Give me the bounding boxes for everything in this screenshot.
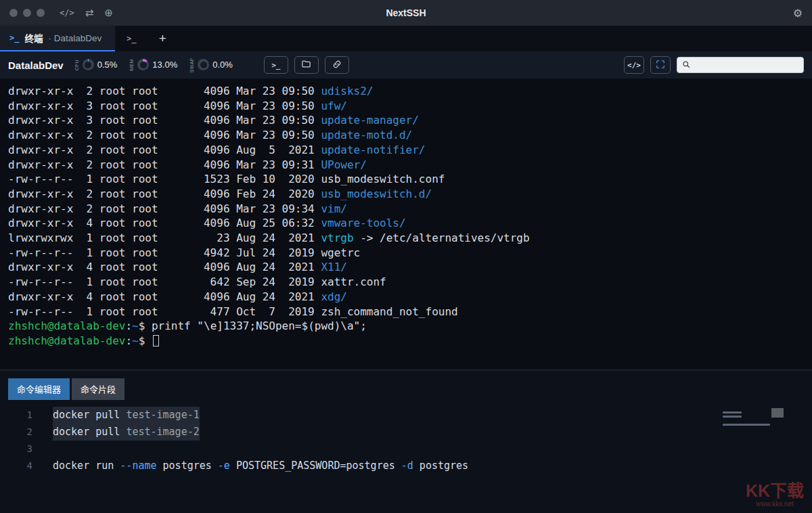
watermark-url: www.kkx.net [746, 500, 804, 508]
terminal-line: drwxr-xr-x 2 root root 4096 Mar 23 09:31… [8, 158, 812, 173]
gauge-ring-icon [83, 59, 94, 70]
gauge-axis-label: MEM [129, 59, 134, 71]
terminal-line: drwxr-xr-x 4 root root 4096 Aug 24 2021 … [8, 290, 812, 305]
file-manager-button[interactable] [294, 56, 319, 74]
gauge-value: 0.0% [212, 60, 233, 70]
minimap-line [723, 424, 770, 426]
prompt-path: ~ [132, 319, 139, 332]
search-input[interactable] [694, 60, 798, 70]
add-connection-icon[interactable]: ⊕ [104, 7, 113, 19]
file-name: xattr.conf [321, 275, 386, 288]
terminal-line: drwxr-xr-x 4 root root 4096 Aug 25 06:32… [8, 216, 812, 231]
watermark: KK下载 www.kkx.net [746, 482, 804, 508]
code-icon[interactable]: </> [60, 8, 74, 18]
editor-code: docker pull test-image-1 [53, 407, 200, 424]
line-number: 4 [0, 458, 32, 474]
dir-name: update-manager/ [321, 114, 419, 127]
line-number: 2 [0, 424, 32, 441]
gauge-cpu: CPU0.5% [74, 59, 118, 70]
fullscreen-button[interactable] [650, 56, 671, 74]
line-number: 1 [0, 407, 32, 424]
prompt-user-host: zhshch@datalab-dev [8, 334, 125, 347]
minimap-line [723, 416, 742, 418]
terminal-line: drwxr-xr-x 2 root root 4096 Aug 5 2021 u… [8, 143, 812, 158]
terminal-line: drwxr-xr-x 2 root root 4096 Mar 23 09:50… [8, 128, 812, 143]
terminal-prompt-line: zhshch@datalab-dev:~$ printf "\e]1337;NS… [8, 319, 812, 334]
editor-line: 4docker run --name postgres -e POSTGRES_… [0, 458, 812, 474]
editor-lines: 1docker pull test-image-12docker pull te… [0, 407, 812, 474]
dir-name: ufw/ [321, 99, 347, 112]
gauge-swap: SWAP0.0% [189, 58, 233, 72]
terminal-line: drwxr-xr-x 3 root root 4096 Mar 23 09:50… [8, 113, 812, 128]
dir-name: udisks2/ [321, 85, 373, 97]
maximize-button[interactable] [37, 9, 45, 17]
link-icon [332, 60, 342, 71]
expand-icon [656, 60, 665, 71]
gauge-axis-label: SWAP [189, 58, 194, 72]
gauge-value: 13.0% [152, 60, 177, 70]
prompt-user-host: zhshch@datalab-dev [8, 319, 125, 332]
terminal-line: drwxr-xr-x 2 root root 4096 Mar 23 09:34… [8, 202, 812, 217]
search-icon [682, 59, 690, 71]
terminal-line: drwxr-xr-x 2 root root 4096 Feb 24 2020 … [8, 187, 812, 202]
prompt-path: ~ [132, 334, 139, 347]
gauge-mem: MEM13.0% [129, 59, 177, 71]
dir-name: update-motd.d/ [321, 129, 412, 141]
editor-code: docker pull test-image-2 [53, 424, 200, 441]
link-button[interactable] [325, 56, 349, 74]
tab-terminal-datalabdev[interactable]: >_ 终端 · DatalabDev [0, 26, 115, 51]
session-toolbar: DatalabDev CPU0.5%MEM13.0%SWAP0.0% >_ </… [0, 51, 812, 79]
terminal-line: -rw-r--r-- 1 root root 477 Oct 7 2019 zs… [8, 305, 812, 319]
file-name: wgetrc [321, 246, 360, 259]
dir-name: vim/ [321, 202, 347, 215]
tab-session-name: · DatalabDev [48, 33, 102, 43]
file-name: usb_modeswitch.conf [321, 173, 445, 185]
terminal-line: -rw-r--r-- 1 root root 642 Sep 24 2019 x… [8, 275, 812, 290]
resource-gauges: CPU0.5%MEM13.0%SWAP0.0% [74, 58, 245, 72]
transfer-icon[interactable]: ⇄ [85, 7, 94, 19]
editor-code: docker run --name postgres -e POSTGRES_P… [53, 458, 468, 474]
minimize-button[interactable] [23, 9, 31, 17]
dir-name: usb_modeswitch.d/ [321, 187, 432, 200]
traffic-lights [9, 9, 45, 17]
settings-gear-icon[interactable]: ⚙ [793, 7, 803, 20]
watermark-text: KK下载 [746, 482, 804, 501]
session-tabbar: >_ 终端 · DatalabDev >_ + [0, 26, 812, 51]
titlebar: </> ⇄ ⊕ NextSSH ⚙ [0, 0, 812, 26]
minimap-slider[interactable] [771, 408, 784, 418]
new-terminal-button[interactable]: >_ [264, 56, 288, 74]
panel-tab-command-snippets[interactable]: 命令片段 [72, 378, 125, 400]
folder-icon [301, 59, 311, 71]
gauge-ring-icon [198, 59, 209, 70]
terminal-line: drwxr-xr-x 2 root root 4096 Mar 23 09:50… [8, 84, 812, 99]
panel-tabs: 命令编辑器命令片段 [0, 370, 812, 400]
search-box [677, 57, 804, 73]
dir-name: update-notifier/ [321, 143, 425, 156]
editor-line: 3 [0, 441, 812, 458]
symlink-name: vtrgb [321, 231, 353, 244]
gauge-value: 0.5% [97, 60, 118, 70]
file-name: zsh_command_not_found [321, 305, 457, 318]
close-button[interactable] [9, 9, 18, 17]
minimap-line [723, 411, 742, 414]
terminal-output[interactable]: drwxr-xr-x 2 root root 4096 Mar 23 09:50… [0, 79, 812, 370]
dir-name: X11/ [321, 261, 347, 273]
snippet-code-button[interactable]: </> [624, 56, 644, 74]
dir-name: xdg/ [321, 290, 347, 303]
tab-title: 终端 [24, 31, 43, 45]
gauge-axis-label: CPU [74, 60, 79, 70]
terminal-line: drwxr-xr-x 3 root root 4096 Mar 23 09:50… [8, 99, 812, 114]
symlink-target: -> /etc/alternatives/vtrgb [354, 231, 530, 244]
line-number: 3 [0, 441, 32, 458]
terminal-icon: >_ [9, 33, 19, 43]
terminal-icon: >_ [127, 34, 136, 43]
tab-terminal-secondary[interactable]: >_ [115, 26, 148, 51]
command-editor[interactable]: 1docker pull test-image-12docker pull te… [0, 407, 812, 474]
terminal-line: lrwxrwxrwx 1 root root 23 Aug 24 2021 vt… [8, 231, 812, 246]
dir-name: vmware-tools/ [321, 217, 405, 229]
new-tab-button[interactable]: + [148, 26, 177, 51]
gauge-ring-icon [137, 59, 149, 70]
panel-tab-command-editor[interactable]: 命令编辑器 [8, 378, 70, 400]
dir-name: UPower/ [321, 158, 366, 171]
code-icon: </> [627, 61, 641, 70]
